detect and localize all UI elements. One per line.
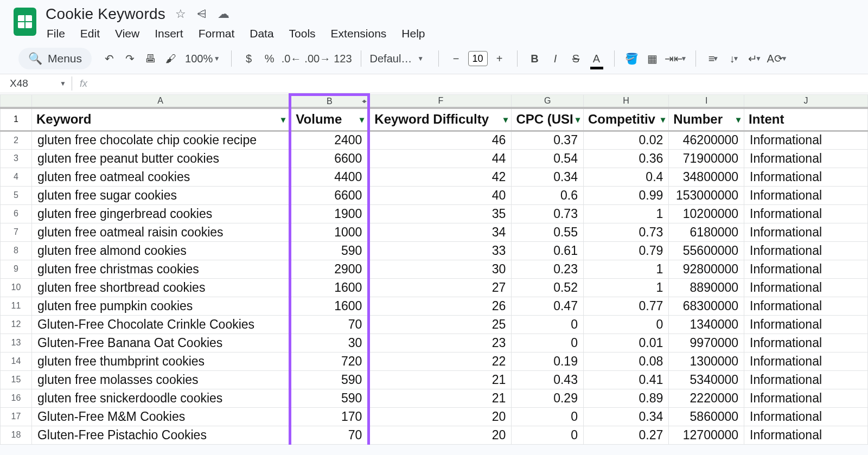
cell-volume[interactable]: 170 [290, 407, 369, 426]
cell-keyword[interactable]: gluten free chocolate chip cookie recipe [31, 131, 290, 149]
cell-keyword[interactable]: gluten free snickerdoodle cookies [31, 389, 290, 407]
cell-keyword[interactable]: Gluten-Free Banana Oat Cookies [31, 334, 290, 352]
cell-cpc[interactable]: 0.52 [512, 278, 584, 297]
cell-competitive[interactable]: 0.36 [583, 149, 668, 168]
cell-keyword[interactable]: gluten free thumbprint cookies [31, 352, 290, 370]
text-rotation-button[interactable]: A⟳▼ [767, 50, 787, 67]
cell-intent[interactable]: Informational [744, 297, 868, 315]
header-difficulty[interactable]: Keyword Difficulty▾ [369, 108, 512, 131]
cell-number[interactable]: 5340000 [669, 370, 744, 389]
percent-button[interactable]: % [261, 50, 278, 67]
row-header[interactable]: 12 [1, 315, 32, 334]
filter-icon[interactable]: ▾ [281, 114, 285, 125]
cell-keyword[interactable]: gluten free gingerbread cookies [31, 204, 290, 223]
cell-number[interactable]: 55600000 [669, 241, 744, 260]
merge-button[interactable]: ⇥⇤▼ [665, 50, 687, 67]
row-header[interactable]: 10 [1, 278, 32, 297]
filter-icon[interactable]: ▾ [736, 114, 741, 125]
cell-difficulty[interactable]: 35 [369, 204, 512, 223]
cell-volume[interactable]: 2900 [290, 260, 369, 278]
cloud-icon[interactable]: ☁ [218, 7, 229, 21]
cell-difficulty[interactable]: 21 [369, 389, 512, 407]
cell-volume[interactable]: 1600 [290, 297, 369, 315]
cell-keyword[interactable]: gluten free molasses cookies [31, 370, 290, 389]
cell-intent[interactable]: Informational [744, 315, 868, 334]
cell-intent[interactable]: Informational [744, 186, 868, 204]
cell-intent[interactable]: Informational [744, 352, 868, 370]
cell-cpc[interactable]: 0 [512, 315, 584, 334]
cell-number[interactable]: 153000000 [669, 186, 744, 204]
cell-competitive[interactable]: 0.73 [583, 223, 668, 241]
cell-intent[interactable]: Informational [744, 260, 868, 278]
menu-tools[interactable]: Tools [289, 27, 316, 40]
row-header[interactable]: 14 [1, 352, 32, 370]
header-number[interactable]: Number▾ [669, 108, 744, 131]
cell-intent[interactable]: Informational [744, 389, 868, 407]
print-button[interactable]: 🖶 [142, 50, 159, 67]
menu-file[interactable]: File [47, 27, 65, 40]
filter-icon[interactable]: ▾ [661, 114, 665, 125]
menu-extensions[interactable]: Extensions [331, 27, 387, 40]
vertical-align-button[interactable]: ↓▼ [725, 50, 743, 67]
cell-difficulty[interactable]: 42 [369, 168, 512, 186]
undo-button[interactable]: ↶ [100, 50, 118, 67]
column-header-A[interactable]: A [31, 95, 290, 108]
cell-cpc[interactable]: 0.23 [512, 260, 584, 278]
row-header[interactable]: 16 [1, 389, 32, 407]
cell-volume[interactable]: 2400 [290, 131, 369, 149]
cell-competitive[interactable]: 0.01 [583, 334, 668, 352]
cell-difficulty[interactable]: 23 [369, 334, 512, 352]
column-header-J[interactable]: J [744, 95, 868, 108]
italic-button[interactable]: I [547, 50, 564, 67]
cell-intent[interactable]: Informational [744, 223, 868, 241]
cell-difficulty[interactable]: 33 [369, 241, 512, 260]
cell-volume[interactable]: 1600 [290, 278, 369, 297]
row-header[interactable]: 9 [1, 260, 32, 278]
sheets-logo[interactable] [12, 5, 38, 38]
filter-icon[interactable]: ▾ [503, 114, 508, 125]
row-header[interactable]: 3 [1, 149, 32, 168]
cell-difficulty[interactable]: 26 [369, 297, 512, 315]
cell-difficulty[interactable]: 46 [369, 131, 512, 149]
cell-difficulty[interactable]: 27 [369, 278, 512, 297]
cell-number[interactable]: 9970000 [669, 334, 744, 352]
cell-cpc[interactable]: 0.61 [512, 241, 584, 260]
header-intent[interactable]: Intent [744, 108, 868, 131]
cell-difficulty[interactable]: 34 [369, 223, 512, 241]
cell-intent[interactable]: Informational [744, 370, 868, 389]
move-icon[interactable]: ⩤ [196, 7, 208, 21]
row-header[interactable]: 2 [1, 131, 32, 149]
cell-competitive[interactable]: 0.27 [583, 426, 668, 444]
header-volume[interactable]: Volume▾ [290, 108, 369, 131]
row-header[interactable]: 11 [1, 297, 32, 315]
cell-volume[interactable]: 720 [290, 352, 369, 370]
cell-keyword[interactable]: gluten free sugar cookies [31, 186, 290, 204]
cell-keyword[interactable]: gluten free oatmeal raisin cookies [31, 223, 290, 241]
cell-number[interactable]: 1340000 [669, 315, 744, 334]
cell-volume[interactable]: 70 [290, 426, 369, 444]
column-header-F[interactable]: F [369, 95, 512, 108]
cell-volume[interactable]: 6600 [290, 186, 369, 204]
cell-number[interactable]: 46200000 [669, 131, 744, 149]
menu-insert[interactable]: Insert [155, 27, 183, 40]
redo-button[interactable]: ↷ [121, 50, 138, 67]
cell-difficulty[interactable]: 21 [369, 370, 512, 389]
cell-competitive[interactable]: 1 [583, 278, 668, 297]
cell-keyword[interactable]: gluten free shortbread cookies [31, 278, 290, 297]
decrease-font-button[interactable]: − [448, 50, 465, 67]
borders-button[interactable]: ▦ [644, 50, 661, 67]
menu-help[interactable]: Help [401, 27, 425, 40]
column-header-H[interactable]: H [583, 95, 668, 108]
increase-font-button[interactable]: + [491, 50, 508, 67]
menu-data[interactable]: Data [250, 27, 273, 40]
cell-intent[interactable]: Informational [744, 149, 868, 168]
select-all-corner[interactable] [1, 95, 32, 108]
cell-number[interactable]: 34800000 [669, 168, 744, 186]
star-icon[interactable]: ☆ [175, 7, 186, 21]
cell-number[interactable]: 12700000 [669, 426, 744, 444]
cell-intent[interactable]: Informational [744, 426, 868, 444]
cell-keyword[interactable]: gluten free pumpkin cookies [31, 297, 290, 315]
cell-cpc[interactable]: 0.47 [512, 297, 584, 315]
menu-view[interactable]: View [115, 27, 139, 40]
row-header[interactable]: 1 [1, 108, 32, 131]
